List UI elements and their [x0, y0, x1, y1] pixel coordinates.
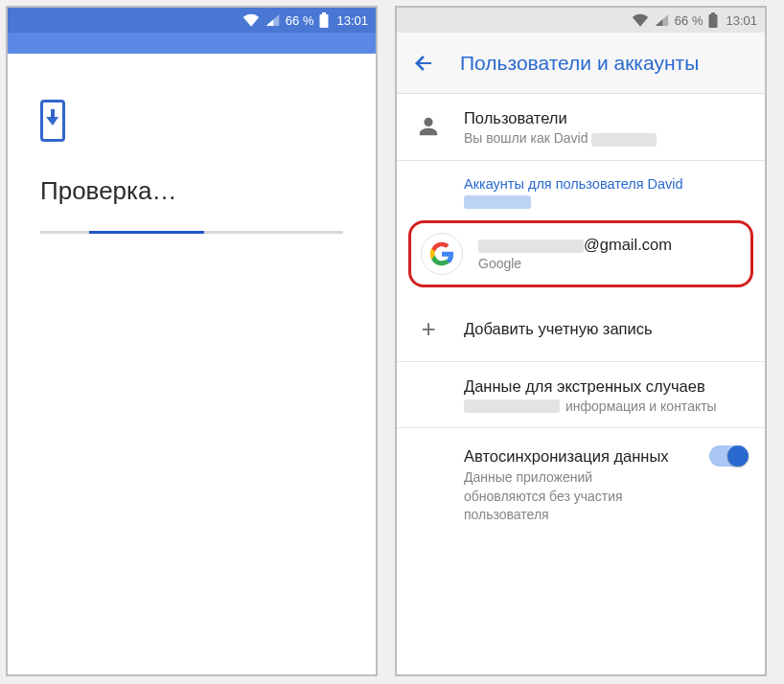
screen-checking: 66 % 13:01 Проверка…	[6, 6, 378, 676]
redacted-text	[464, 195, 531, 209]
checking-title: Проверка…	[40, 176, 343, 206]
signal-icon	[655, 13, 669, 27]
emergency-title: Данные для экстренных случаев	[464, 376, 748, 397]
battery-icon	[708, 12, 718, 28]
status-bar: 66 % 13:01	[397, 8, 765, 33]
progress-bar	[40, 231, 343, 234]
plus-icon: +	[414, 316, 443, 341]
clock: 13:01	[336, 13, 368, 28]
signal-icon	[265, 13, 280, 27]
redacted-text	[464, 399, 560, 413]
row-google-account[interactable]: @gmail.com Google	[408, 220, 753, 287]
battery-percent: 66 %	[675, 13, 703, 28]
page-title: Пользователи и аккаунты	[460, 52, 699, 75]
header-accent	[8, 33, 376, 54]
add-account-label: Добавить учетную запись	[464, 318, 748, 339]
redacted-text	[591, 133, 657, 147]
redacted-text	[478, 239, 584, 253]
emergency-subtitle: информация и контакты	[464, 399, 748, 414]
account-email: @gmail.com	[478, 236, 672, 254]
svg-rect-1	[320, 14, 329, 28]
wifi-icon	[242, 13, 260, 27]
section-accounts-header: Аккаунты для пользователя David	[397, 161, 765, 215]
row-emergency-info[interactable]: Данные для экстренных случаев информация…	[397, 362, 765, 428]
person-icon	[414, 116, 443, 137]
battery-icon	[319, 12, 329, 28]
autosync-title: Автосинхронизация данных	[464, 445, 677, 467]
row-add-account[interactable]: + Добавить учетную запись	[397, 297, 765, 362]
status-bar: 66 % 13:01	[8, 8, 376, 33]
clock: 13:01	[726, 13, 757, 28]
svg-rect-2	[711, 12, 715, 14]
screen-accounts: 66 % 13:01 Пользователи и аккаунты Польз…	[395, 6, 767, 676]
wifi-icon	[632, 13, 649, 27]
users-title: Пользователи	[464, 107, 748, 128]
autosync-toggle[interactable]	[709, 445, 748, 467]
download-to-phone-icon	[40, 100, 65, 142]
back-arrow-icon[interactable]	[412, 52, 435, 75]
users-subtitle: Вы вошли как David	[464, 130, 748, 146]
autosync-subtitle: Данные приложений обновляются без участи…	[464, 468, 677, 525]
svg-rect-3	[709, 14, 718, 28]
svg-rect-0	[322, 12, 326, 14]
row-users[interactable]: Пользователи Вы вошли как David	[397, 94, 765, 161]
app-bar: Пользователи и аккаунты	[397, 33, 765, 94]
row-autosync[interactable]: Автосинхронизация данных Данные приложен…	[397, 428, 765, 546]
battery-percent: 66 %	[286, 13, 314, 28]
account-provider: Google	[478, 256, 672, 271]
google-logo-icon	[421, 233, 463, 275]
